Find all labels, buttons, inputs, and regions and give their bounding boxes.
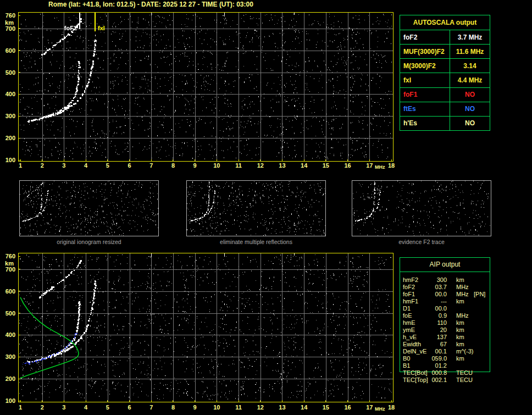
aip-table-row: TEC[Bot]000.8TECU [400, 369, 490, 377]
y-axis-tick-label: 300 [0, 113, 15, 119]
aip-row-label: Ewidth [403, 341, 421, 348]
aip-row-value: 01.2 [419, 362, 447, 369]
x-axis-tick-label: 16 [342, 162, 353, 169]
y-axis-unit-label: km [0, 260, 14, 267]
y-axis-tick-label: 600 [0, 47, 15, 54]
aip-table-row: foF100.0MHz[PN] [400, 291, 490, 298]
y-axis-tick-label: 700 [0, 266, 15, 273]
aip-table-row: B101.2 [400, 362, 490, 369]
autoscala-row-value: NO [450, 102, 490, 116]
x-axis-tick-label: 12 [255, 162, 266, 169]
x-axis-tick-label: 2 [37, 404, 48, 411]
ionogram-canvas-top [18, 12, 394, 162]
autoscala-row-value: NO [450, 88, 490, 102]
aip-row-unit: km [456, 355, 464, 362]
y-axis-tick-label: 100 [0, 397, 15, 404]
aip-row-value: 137 [419, 334, 447, 341]
ionogram-canvas-bottom [18, 253, 394, 402]
aip-table-row: foE0.9MHz [400, 312, 490, 319]
x-axis-tick-label: 17 [364, 404, 375, 411]
aip-table-row: hmE110km [400, 319, 490, 327]
station-title: Rome (lat: +41.8, lon: 012.5) - DATE: 20… [48, 1, 253, 8]
thumbnail-caption-original: original ionogram resized [19, 239, 159, 245]
autoscala-row-label: ftEs [400, 102, 450, 116]
aip-table-row: h_vE137km [400, 334, 490, 341]
aip-row-label: hmE [403, 319, 415, 327]
x-axis-tick-label: 5 [102, 162, 113, 169]
y-axis-tick-label: 500 [0, 69, 15, 76]
aip-table-row: hmF1---km [400, 298, 490, 305]
aip-row-label: foF2 [403, 284, 415, 291]
aip-row-value: --- [419, 298, 447, 305]
aip-row-label: ymE [403, 327, 415, 334]
y-axis-tick-label: 300 [0, 353, 15, 360]
y-axis-tick-label: 760 [0, 253, 15, 259]
x-axis-tick-label: 8 [168, 162, 179, 169]
y-axis-tick-label: 500 [0, 310, 15, 317]
autoscala-row-label: h'Es [400, 117, 450, 130]
x-axis-tick-label: 11 [233, 404, 244, 411]
aip-row-unit: MHz [456, 312, 469, 319]
aip-row-value: 00.0 [419, 305, 447, 312]
x-axis-tick-label: 14 [298, 404, 309, 411]
y-axis-tick-label: 700 [0, 25, 15, 32]
x-axis-tick-label: 7 [146, 404, 157, 411]
aip-table-row: ymE20km [400, 327, 490, 334]
aip-row-value: 67 [419, 341, 447, 348]
autoscala-table-rows: foF23.7 MHzMUF(3000)F211.6 MHzM(3000)F23… [400, 30, 490, 130]
autoscala-row-value: 11.6 MHz [450, 45, 490, 58]
aip-table-row: hmF2300km [400, 276, 490, 284]
x-axis-tick-label: 13 [276, 404, 287, 411]
autoscala-row-label: fxI [400, 73, 450, 87]
aip-table-row: foF203.7MHz [400, 284, 490, 291]
autoscala-row-value: 3.7 MHz [450, 30, 490, 44]
x-axis-unit-label: MHz [375, 406, 390, 412]
y-axis-tick-label: 400 [0, 331, 15, 338]
thumbnail-caption-f2-trace: evidence F2 trace [352, 239, 491, 245]
aip-table-row: B0059.0km [400, 355, 490, 362]
autoscala-row-value: NO [450, 117, 490, 130]
thumbnail-no-multiple-reflections [186, 180, 326, 236]
y-axis-tick-label: 600 [0, 288, 15, 295]
autoscala-row-label: foF2 [400, 30, 450, 44]
aip-row-unit: TECU [456, 369, 473, 377]
y-axis-tick-label: 760 [0, 12, 15, 19]
aip-row-unit: km [456, 319, 464, 327]
x-axis-tick-label: 9 [190, 404, 201, 411]
aip-row-value: 110 [419, 319, 447, 327]
aip-table-header: AIP output [400, 258, 490, 272]
aip-row-unit: MHz [456, 284, 469, 291]
x-axis-tick-label: 1 [15, 162, 26, 169]
aip-row-note: [PN] [474, 291, 485, 298]
aip-row-unit: km [456, 341, 464, 348]
thumbnail-original-ionogram [19, 180, 159, 236]
aip-row-unit: km [456, 298, 464, 305]
aip-table-row: D100.0 [400, 305, 490, 312]
x-axis-labels-top: 123456789101112131415161718MHz [18, 162, 403, 170]
autoscala-row-value: 3.14 [450, 59, 490, 73]
autoscala-table-row: M(3000)F23.14 [400, 58, 490, 73]
x-axis-tick-label: 12 [255, 404, 266, 411]
x-axis-tick-label: 7 [146, 162, 157, 169]
y-axis-tick-label: 200 [0, 375, 15, 382]
thumbnail-caption-no-multiples: eliminate multiple reflections [186, 239, 326, 245]
aip-row-label: foF1 [403, 291, 415, 298]
y-axis-unit-label: km [0, 19, 14, 26]
autoscala-screen: Rome (lat: +41.8, lon: 012.5) - DATE: 20… [0, 0, 532, 415]
aip-row-value: 00.1 [419, 348, 447, 355]
autoscala-table-row: foF23.7 MHz [400, 30, 490, 44]
aip-row-label: B0 [403, 355, 410, 362]
aip-row-unit: TECU [456, 377, 473, 384]
x-axis-tick-label: 13 [276, 162, 287, 169]
aip-row-label: hmF2 [403, 276, 418, 284]
aip-table-row: Ewidth67km [400, 341, 490, 348]
x-axis-tick-label: 17 [364, 162, 375, 169]
aip-row-label: h_vE [403, 334, 417, 341]
aip-table-row: TEC[Top]002.1TECU [400, 377, 490, 384]
x-axis-tick-label: 5 [102, 404, 113, 411]
x-axis-tick-label: 14 [298, 162, 309, 169]
x-axis-tick-label: 3 [58, 404, 69, 411]
autoscala-output-table: AUTOSCALA output foF23.7 MHzMUF(3000)F21… [400, 15, 490, 131]
aip-row-label: foE [403, 312, 412, 319]
x-axis-tick-label: 4 [80, 162, 91, 169]
